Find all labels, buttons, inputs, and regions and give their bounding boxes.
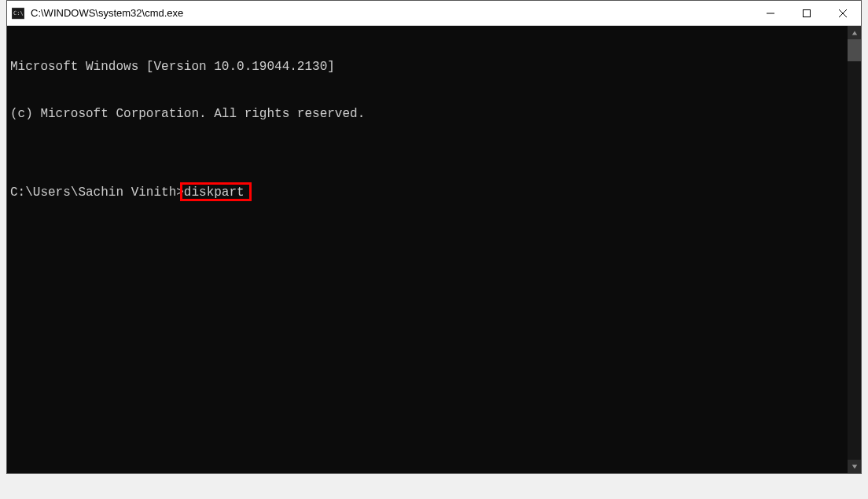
close-button[interactable] bbox=[825, 1, 861, 25]
scroll-track[interactable] bbox=[848, 39, 861, 460]
scroll-down-button[interactable] bbox=[848, 460, 861, 473]
prompt-line: C:\Users\Sachin Vinith>diskpart bbox=[10, 185, 844, 200]
scroll-thumb[interactable] bbox=[848, 39, 861, 61]
maximize-button[interactable] bbox=[789, 1, 825, 25]
titlebar[interactable]: C:\ C:\WINDOWS\system32\cmd.exe bbox=[7, 1, 861, 26]
vertical-scrollbar[interactable] bbox=[848, 26, 861, 473]
command-input[interactable]: diskpart bbox=[184, 185, 245, 200]
prompt: C:\Users\Sachin Vinith> bbox=[10, 185, 184, 200]
terminal[interactable]: Microsoft Windows [Version 10.0.19044.21… bbox=[7, 26, 848, 473]
svg-rect-3 bbox=[804, 9, 811, 17]
copyright-line: (c) Microsoft Corporation. All rights re… bbox=[10, 106, 844, 122]
window-controls bbox=[752, 1, 861, 25]
cmd-icon: C:\ bbox=[12, 7, 24, 20]
svg-marker-6 bbox=[851, 31, 856, 35]
svg-text:C:\: C:\ bbox=[13, 10, 24, 17]
minimize-button[interactable] bbox=[752, 1, 789, 25]
scroll-up-button[interactable] bbox=[848, 26, 861, 39]
version-line: Microsoft Windows [Version 10.0.19044.21… bbox=[10, 59, 844, 75]
terminal-area: Microsoft Windows [Version 10.0.19044.21… bbox=[7, 26, 861, 473]
svg-marker-7 bbox=[851, 464, 856, 468]
cmd-window: C:\ C:\WINDOWS\system32\cmd.exe Microsof… bbox=[6, 0, 862, 474]
window-title: C:\WINDOWS\system32\cmd.exe bbox=[31, 7, 752, 19]
